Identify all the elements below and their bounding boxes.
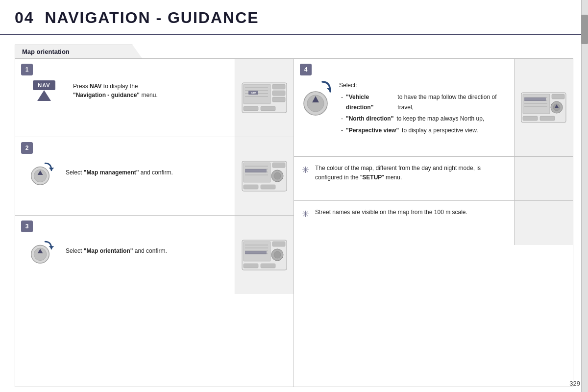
svg-rect-9 [272,84,285,89]
step-4-body: Select: "Vehicle direction" to have the … [302,66,506,137]
page-number: 329 [569,380,580,387]
svg-rect-10 [272,91,285,96]
nav-button-icon: NAV [27,80,61,101]
rotary-knob-2 [27,159,54,186]
step-4-text: Select: "Vehicle direction" to have the … [339,80,506,137]
main-grid: 1 NAV [15,58,573,387]
svg-rect-13 [261,106,275,111]
tip-icon-2: ✳ [302,209,309,220]
step-number-4: 4 [300,64,312,75]
svg-rect-61 [523,116,538,121]
tip-1-device [514,157,573,200]
left-panel: 1 NAV [15,59,294,387]
page-container: 04 NAVIGATION - GUIDANCE Map orientation… [0,0,588,392]
svg-marker-0 [37,90,51,101]
svg-marker-46 [327,88,331,92]
svg-text:NAV: NAV [251,92,256,95]
step-2-text: Select "Map management" and confirm. [64,168,173,177]
step-2-device [235,137,294,215]
rotary-knob-3 [27,237,54,264]
svg-marker-30 [49,246,54,249]
tip-1-text: The colour of the map, different from th… [315,164,506,182]
step-1-content: 1 NAV [15,59,235,137]
step-3-content: 3 Select "Map orientation" and confirm. [15,216,235,294]
page-content: Map orientation 1 NAV [0,35,588,392]
tip-icon-1: ✳ [302,165,309,175]
tip-2-device [514,201,573,245]
step-4-device [514,59,573,156]
svg-rect-51 [523,94,550,114]
step-2-content: 2 [15,137,235,215]
step-row-3: 3 Select "Map orientation" and confirm. [15,216,294,294]
svg-rect-12 [244,106,258,111]
svg-rect-62 [540,116,555,121]
step-row-2: 2 [15,137,294,216]
svg-rect-40 [245,251,267,254]
step-3-device [235,216,294,294]
step-2-icon-area: Select "Map management" and confirm. [23,144,227,186]
step-1-device: NAV [235,59,294,137]
tip-2-content: ✳ Street names are visible on the map fr… [294,201,514,245]
svg-rect-56 [524,98,546,101]
step-number-2: 2 [21,142,33,154]
tip-1-content: ✳ The colour of the map, different from … [294,157,514,200]
step-1-text: Press NAV to display the"Navigation - gu… [71,82,158,99]
section-label: Map orientation [15,45,142,58]
nav-arrow-icon [37,90,51,101]
svg-rect-11 [272,97,285,102]
svg-rect-24 [245,169,267,172]
step-1-icon-area: NAV Press NAV to display the"Navigation … [23,66,227,101]
device-illustration-2 [241,160,288,192]
svg-point-26 [274,172,281,179]
svg-rect-60 [552,94,564,99]
step-row-4: 4 [294,59,573,157]
svg-rect-45 [261,264,275,268]
tip-2-text: Street names are visible on the map from… [315,208,467,217]
device-illustration-1: NAV [241,82,288,114]
step-number-1: 1 [21,64,33,75]
chapter-header: 04 NAVIGATION - GUIDANCE [0,0,588,35]
device-illustration-3 [241,239,288,271]
scrollbar-thumb[interactable] [581,15,588,44]
nav-tag: NAV [33,80,55,90]
rotary-knob-4 [302,78,331,117]
tip-row-2: ✳ Street names are visible on the map fr… [294,201,573,245]
step-4-content: 4 [294,59,514,156]
device-illustration-4 [520,92,567,123]
step-row-1: 1 NAV [15,59,294,137]
step-number-3: 3 [21,220,33,232]
svg-rect-44 [244,264,258,268]
tip-row-1: ✳ The colour of the map, different from … [294,157,573,201]
svg-marker-14 [49,168,54,171]
svg-rect-27 [272,163,285,168]
step-3-icon-area: Select "Map orientation" and confirm. [23,222,227,264]
svg-point-42 [274,251,281,258]
right-panel: 4 [294,59,573,387]
svg-rect-43 [272,242,285,246]
chapter-title: 04 NAVIGATION - GUIDANCE [15,9,259,27]
scrollbar[interactable] [581,0,588,392]
step-3-text: Select "Map orientation" and confirm. [64,246,167,255]
svg-rect-28 [244,185,258,189]
svg-rect-29 [261,185,275,189]
